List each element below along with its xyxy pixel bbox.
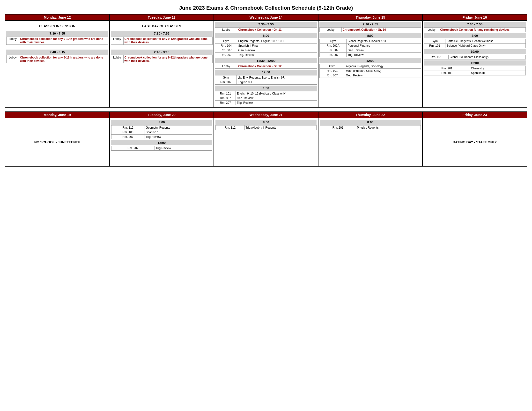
- wed-b5-r1: Rm. 101: [215, 91, 236, 96]
- monday-block-2: Lobby Chromebook collection for any 9-12…: [6, 55, 108, 63]
- week1-friday-header: Friday, June 16: [422, 14, 527, 20]
- fri-b2-e2: Science (Hubbard Class Only): [446, 44, 526, 48]
- wed-b2-r2: Rm. 104: [215, 44, 237, 48]
- thu-b2-r3: Rm. 307: [319, 48, 346, 53]
- wed-b1-room: Lobby: [215, 28, 237, 32]
- thu-block-2: Gym Global Regents, Global 9 & 9H Rm. 20…: [319, 39, 421, 57]
- tue2-b1-e1: Geometry Regents: [145, 125, 212, 130]
- wed-b3-event: Chromebook Collection - Gr. 12: [237, 64, 317, 69]
- tuesday-block-2: Lobby Chromebook collection for any 9-12…: [111, 55, 213, 63]
- wed-b1-event: Chromebook Collection - Gr. 11: [237, 28, 317, 32]
- fri-time-3: 10:00: [424, 49, 526, 54]
- wed-block-3: Lobby Chromebook Collection - Gr. 12: [215, 64, 317, 69]
- week1-tuesday-header: Tuesday, June 13: [110, 14, 214, 20]
- wed-b2-e4: Trig. Review: [237, 53, 317, 57]
- monday-b1-event: Chromebook collection for any 9-12th gra…: [19, 37, 108, 45]
- wed-b2-e1: English Regents, English 10R, 10H: [237, 39, 317, 44]
- wed-b5-r2: Rm. 307: [215, 96, 236, 101]
- thu-b1-event: Chromebook Collection - Gr. 10: [342, 28, 421, 32]
- tue2-b1-r3: Rm. 207: [111, 135, 145, 139]
- tuesday-time-2: 2:40 - 3:15: [111, 50, 213, 55]
- wed-block-2: Gym English Regents, English 10R, 10H Rm…: [215, 39, 317, 57]
- thu-b3-e2: Math (Hubbard Class Only): [345, 69, 421, 73]
- tue2-b2-r1: Rm. 207: [111, 146, 154, 151]
- tuesday-b1-event: Chromebook collection for any 9-12th gra…: [123, 37, 213, 45]
- thu2-time-1: 8:00: [320, 120, 421, 125]
- thu-b1-room: Lobby: [319, 28, 342, 32]
- thu-b2-e3: Geo. Review: [347, 48, 421, 53]
- fri-b4-r1: Rm. 201: [424, 66, 470, 71]
- thu-b3-e3: Geo. Review: [345, 73, 421, 78]
- week1-tuesday-cell: LAST DAY OF CLASSES 7:30 - 7:55 Lobby Ch…: [110, 20, 214, 107]
- monday-label: CLASSES IN SESSION: [6, 22, 108, 29]
- wed-time-4: 12:00: [215, 70, 317, 75]
- wed-b5-e1: English 9, 10, 12 (Hubbard Class only): [236, 91, 317, 96]
- wed-b4-e2: English 9H: [237, 80, 317, 85]
- thu2-block-1: Rm. 201 Physics Regents: [320, 125, 421, 130]
- tue2-time-2: 12:00: [111, 140, 212, 145]
- week2-friday-header: Friday, June 23: [422, 112, 527, 118]
- tuesday-label: LAST DAY OF CLASSES: [111, 22, 213, 29]
- tuesday-b1-room: Lobby: [111, 37, 123, 45]
- wed-b2-e2: Spanish II Final: [237, 44, 317, 48]
- fri-b2-r2: Rm. 101: [424, 44, 446, 48]
- fri-block-2: Gym Earth Sci. Regents, Health/Wellness …: [424, 39, 526, 48]
- week1-friday-cell: 7:30 - 7:55 Lobby Chromebook Collection …: [422, 20, 527, 107]
- fri-time-2: 8:00: [424, 33, 526, 38]
- week2-thursday-cell: 8:00 Rm. 201 Physics Regents: [318, 118, 423, 166]
- week2-friday-cell: RATING DAY - STAFF ONLY: [422, 118, 527, 166]
- page-title: June 2023 Exams & Chromebook Collection …: [5, 5, 527, 11]
- tue2-b2-e1: Trig Review: [154, 146, 212, 151]
- week1-table: Monday, June 12 Tuesday, June 13 Wednesd…: [5, 14, 527, 108]
- week2-wednesday-cell: 8:00 Rm. 112 Trig./Algebra II Regents: [214, 118, 318, 166]
- week1-thursday-cell: 7:30 - 7:55 Lobby Chromebook Collection …: [318, 20, 423, 107]
- thu-b2-e1: Global Regents, Global 9 & 9H: [347, 39, 421, 44]
- tue2-b1-e3: Trig Review: [145, 135, 212, 139]
- wed-time-5: 1:00: [215, 86, 317, 91]
- tue2-b1-r2: Rm. 103: [111, 130, 145, 135]
- fri-block-4: Rm. 201 Chemistry Rm. 103 Spanish III: [424, 66, 526, 75]
- week1-wednesday-header: Wednesday, June 14: [214, 14, 318, 20]
- wed-b2-r3: Rm. 307: [215, 48, 237, 53]
- wed-time-1: 7:30 - 7:55: [215, 22, 317, 27]
- thu-b2-e2: Personal Finance: [347, 44, 421, 48]
- week1-monday-cell: CLASSES IN SESSION 7:30 - 7:55 Lobby Chr…: [5, 20, 110, 107]
- tue2-b1-r1: Rm. 112: [111, 125, 145, 130]
- wed-b5-r3: Rm. 207: [215, 101, 236, 105]
- fri-block-1: Lobby Chromebook Collection for any rema…: [424, 27, 526, 32]
- week2-wednesday-header: Wednesday, June 21: [214, 112, 318, 118]
- thu-b3-r2: Rm. 101: [319, 69, 345, 73]
- wed-b3-room: Lobby: [215, 64, 237, 69]
- monday-time-2: 2:40 - 3:15: [6, 50, 108, 55]
- wed2-b1-r1: Rm. 112: [216, 125, 245, 130]
- week1-wednesday-cell: 7:30 - 7:55 Lobby Chromebook Collection …: [214, 20, 318, 107]
- fri-block-3: Rm. 101 Global 9 (Hubbard Class only): [424, 55, 526, 59]
- wed-time-3: 11:30 - 12:00: [215, 58, 317, 63]
- week2-monday-cell: NO SCHOOL - JUNETEENTH: [5, 118, 110, 166]
- tue2-b1-e2: Spanish 1: [145, 130, 212, 135]
- thu-time-1: 7:30 - 7:55: [319, 22, 421, 27]
- week2-table: Monday, June 19 Tuesday, June 20 Wednesd…: [5, 112, 527, 167]
- thu2-b1-e1: Physics Regents: [356, 125, 421, 130]
- wed-b4-e1: Liv. Env. Regents, Econ., English 9R: [237, 75, 317, 80]
- tuesday-block-1: Lobby Chromebook collection for any 9-12…: [111, 37, 213, 45]
- monday-b2-event: Chromebook collection for any 9-12th gra…: [19, 55, 108, 63]
- thu-b3-e1: Algebra I Regents, Sociology: [345, 64, 421, 69]
- wed-b2-r1: Gym: [215, 39, 237, 44]
- week2-thursday-header: Thursday, June 22: [318, 112, 423, 118]
- tue2-block-1: Rm. 112 Geometry Regents Rm. 103 Spanish…: [111, 125, 212, 139]
- tue2-block-2: Rm. 207 Trig Review: [111, 146, 212, 151]
- fri-b1-event: Chromebook Collection for any remaining …: [439, 28, 526, 32]
- thu-block-3: Gym Algebra I Regents, Sociology Rm. 101…: [319, 64, 421, 78]
- wed-b5-e2: Geo. Review: [236, 96, 317, 101]
- fri-b4-r2: Rm. 103: [424, 71, 470, 75]
- fri-b3-r1: Rm. 101: [424, 55, 449, 59]
- week2-monday-header: Monday, June 19: [5, 112, 110, 118]
- thu-b2-r2: Rm. 202A: [319, 44, 346, 48]
- thu-block-1: Lobby Chromebook Collection - Gr. 10: [319, 27, 421, 32]
- thu-time-3: 12:00: [319, 58, 421, 63]
- week2-tuesday-cell: 8:00 Rm. 112 Geometry Regents Rm. 103 Sp…: [110, 118, 214, 166]
- tuesday-b2-event: Chromebook collection for any 9-12th gra…: [123, 55, 213, 63]
- fri-b3-e1: Global 9 (Hubbard Class only): [449, 55, 526, 59]
- fri-time-4: 12:00: [424, 60, 526, 65]
